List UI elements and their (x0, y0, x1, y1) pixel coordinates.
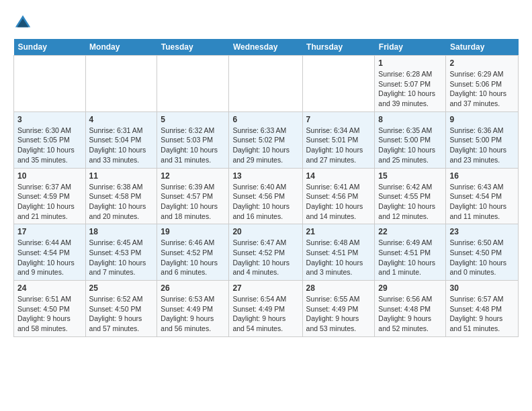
day-number: 22 (378, 227, 442, 236)
calendar-cell (14, 56, 86, 112)
calendar-cell: 25Sunrise: 6:52 AM Sunset: 4:50 PM Dayli… (85, 281, 157, 337)
day-info: Sunrise: 6:48 AM Sunset: 4:51 PM Dayligh… (306, 238, 363, 276)
calendar-cell: 17Sunrise: 6:44 AM Sunset: 4:54 PM Dayli… (14, 224, 86, 281)
logo (13, 13, 35, 32)
header-tuesday: Tuesday (157, 39, 229, 56)
day-info: Sunrise: 6:46 AM Sunset: 4:52 PM Dayligh… (161, 238, 218, 276)
day-info: Sunrise: 6:54 AM Sunset: 4:49 PM Dayligh… (232, 295, 286, 332)
week-row-1: 3Sunrise: 6:30 AM Sunset: 5:05 PM Daylig… (14, 111, 519, 168)
day-number: 18 (89, 227, 154, 236)
day-number: 3 (17, 115, 82, 124)
day-info: Sunrise: 6:30 AM Sunset: 5:05 PM Dayligh… (17, 126, 75, 164)
day-info: Sunrise: 6:29 AM Sunset: 5:06 PM Dayligh… (449, 70, 506, 107)
day-number: 4 (89, 115, 154, 124)
header (13, 11, 519, 32)
day-info: Sunrise: 6:52 AM Sunset: 4:50 PM Dayligh… (89, 295, 143, 332)
day-info: Sunrise: 6:32 AM Sunset: 5:03 PM Dayligh… (161, 126, 218, 164)
day-number: 25 (89, 283, 154, 293)
day-info: Sunrise: 6:36 AM Sunset: 5:00 PM Dayligh… (449, 126, 506, 164)
day-number: 5 (161, 115, 225, 124)
header-row: SundayMondayTuesdayWednesdayThursdayFrid… (14, 39, 519, 56)
day-number: 29 (378, 283, 442, 293)
day-number: 12 (161, 171, 225, 181)
page: SundayMondayTuesdayWednesdayThursdayFrid… (0, 0, 532, 344)
day-info: Sunrise: 6:41 AM Sunset: 4:56 PM Dayligh… (306, 183, 363, 220)
day-info: Sunrise: 6:49 AM Sunset: 4:51 PM Dayligh… (378, 238, 435, 276)
calendar-cell: 19Sunrise: 6:46 AM Sunset: 4:52 PM Dayli… (157, 224, 229, 281)
day-number: 21 (306, 227, 371, 236)
day-info: Sunrise: 6:56 AM Sunset: 4:48 PM Dayligh… (378, 295, 432, 332)
day-number: 28 (306, 283, 371, 293)
calendar-cell: 6Sunrise: 6:33 AM Sunset: 5:02 PM Daylig… (229, 111, 302, 168)
day-number: 13 (232, 171, 298, 181)
calendar-cell: 14Sunrise: 6:41 AM Sunset: 4:56 PM Dayli… (302, 168, 375, 224)
calendar-cell: 8Sunrise: 6:35 AM Sunset: 5:00 PM Daylig… (375, 111, 446, 168)
day-info: Sunrise: 6:51 AM Sunset: 4:50 PM Dayligh… (17, 295, 71, 332)
day-info: Sunrise: 6:45 AM Sunset: 4:53 PM Dayligh… (89, 238, 146, 276)
calendar-cell: 30Sunrise: 6:57 AM Sunset: 4:48 PM Dayli… (446, 281, 519, 337)
calendar-cell: 10Sunrise: 6:37 AM Sunset: 4:59 PM Dayli… (14, 168, 86, 224)
calendar-cell: 3Sunrise: 6:30 AM Sunset: 5:05 PM Daylig… (14, 111, 86, 168)
calendar-cell (302, 56, 375, 112)
day-info: Sunrise: 6:37 AM Sunset: 4:59 PM Dayligh… (17, 183, 75, 220)
day-info: Sunrise: 6:44 AM Sunset: 4:54 PM Dayligh… (17, 238, 75, 276)
day-number: 24 (17, 283, 82, 293)
day-info: Sunrise: 6:47 AM Sunset: 4:52 PM Dayligh… (232, 238, 290, 276)
day-info: Sunrise: 6:38 AM Sunset: 4:58 PM Dayligh… (89, 183, 146, 220)
calendar-cell: 13Sunrise: 6:40 AM Sunset: 4:56 PM Dayli… (229, 168, 302, 224)
calendar-cell: 26Sunrise: 6:53 AM Sunset: 4:49 PM Dayli… (157, 281, 229, 337)
day-number: 10 (17, 171, 82, 181)
day-info: Sunrise: 6:53 AM Sunset: 4:49 PM Dayligh… (161, 295, 214, 332)
day-info: Sunrise: 6:35 AM Sunset: 5:00 PM Dayligh… (378, 126, 435, 164)
calendar-cell: 21Sunrise: 6:48 AM Sunset: 4:51 PM Dayli… (302, 224, 375, 281)
calendar-cell: 27Sunrise: 6:54 AM Sunset: 4:49 PM Dayli… (229, 281, 302, 337)
day-number: 19 (161, 227, 225, 236)
calendar-cell: 5Sunrise: 6:32 AM Sunset: 5:03 PM Daylig… (157, 111, 229, 168)
week-row-3: 17Sunrise: 6:44 AM Sunset: 4:54 PM Dayli… (14, 224, 519, 281)
day-number: 26 (161, 283, 225, 293)
week-row-0: 1Sunrise: 6:28 AM Sunset: 5:07 PM Daylig… (14, 56, 519, 112)
day-info: Sunrise: 6:31 AM Sunset: 5:04 PM Dayligh… (89, 126, 146, 164)
header-monday: Monday (85, 39, 157, 56)
calendar-cell: 12Sunrise: 6:39 AM Sunset: 4:57 PM Dayli… (157, 168, 229, 224)
day-info: Sunrise: 6:34 AM Sunset: 5:01 PM Dayligh… (306, 126, 363, 164)
calendar-cell: 15Sunrise: 6:42 AM Sunset: 4:55 PM Dayli… (375, 168, 446, 224)
day-number: 2 (449, 58, 515, 68)
calendar-cell: 2Sunrise: 6:29 AM Sunset: 5:06 PM Daylig… (446, 56, 519, 112)
day-number: 15 (378, 171, 442, 181)
day-number: 30 (449, 283, 515, 293)
day-number: 1 (378, 58, 442, 68)
calendar-table: SundayMondayTuesdayWednesdayThursdayFrid… (13, 39, 519, 337)
day-number: 6 (232, 115, 298, 124)
day-info: Sunrise: 6:57 AM Sunset: 4:48 PM Dayligh… (449, 295, 503, 332)
logo-icon (13, 13, 32, 32)
header-thursday: Thursday (302, 39, 375, 56)
day-number: 11 (89, 171, 154, 181)
day-number: 9 (449, 115, 515, 124)
day-number: 8 (378, 115, 442, 124)
calendar-cell: 1Sunrise: 6:28 AM Sunset: 5:07 PM Daylig… (375, 56, 446, 112)
calendar-cell: 23Sunrise: 6:50 AM Sunset: 4:50 PM Dayli… (446, 224, 519, 281)
calendar-cell: 11Sunrise: 6:38 AM Sunset: 4:58 PM Dayli… (85, 168, 157, 224)
calendar-cell: 22Sunrise: 6:49 AM Sunset: 4:51 PM Dayli… (375, 224, 446, 281)
day-number: 7 (306, 115, 371, 124)
calendar-cell: 28Sunrise: 6:55 AM Sunset: 4:49 PM Dayli… (302, 281, 375, 337)
calendar-cell: 7Sunrise: 6:34 AM Sunset: 5:01 PM Daylig… (302, 111, 375, 168)
header-sunday: Sunday (14, 39, 86, 56)
calendar-cell: 20Sunrise: 6:47 AM Sunset: 4:52 PM Dayli… (229, 224, 302, 281)
calendar-cell: 9Sunrise: 6:36 AM Sunset: 5:00 PM Daylig… (446, 111, 519, 168)
day-number: 17 (17, 227, 82, 236)
header-friday: Friday (375, 39, 446, 56)
day-info: Sunrise: 6:39 AM Sunset: 4:57 PM Dayligh… (161, 183, 218, 220)
day-number: 20 (232, 227, 298, 236)
calendar-cell: 18Sunrise: 6:45 AM Sunset: 4:53 PM Dayli… (85, 224, 157, 281)
week-row-4: 24Sunrise: 6:51 AM Sunset: 4:50 PM Dayli… (14, 281, 519, 337)
day-info: Sunrise: 6:28 AM Sunset: 5:07 PM Dayligh… (378, 70, 435, 107)
week-row-2: 10Sunrise: 6:37 AM Sunset: 4:59 PM Dayli… (14, 168, 519, 224)
day-info: Sunrise: 6:33 AM Sunset: 5:02 PM Dayligh… (232, 126, 290, 164)
header-wednesday: Wednesday (229, 39, 302, 56)
day-number: 23 (449, 227, 515, 236)
day-number: 27 (232, 283, 298, 293)
day-info: Sunrise: 6:42 AM Sunset: 4:55 PM Dayligh… (378, 183, 435, 220)
day-info: Sunrise: 6:43 AM Sunset: 4:54 PM Dayligh… (449, 183, 506, 220)
